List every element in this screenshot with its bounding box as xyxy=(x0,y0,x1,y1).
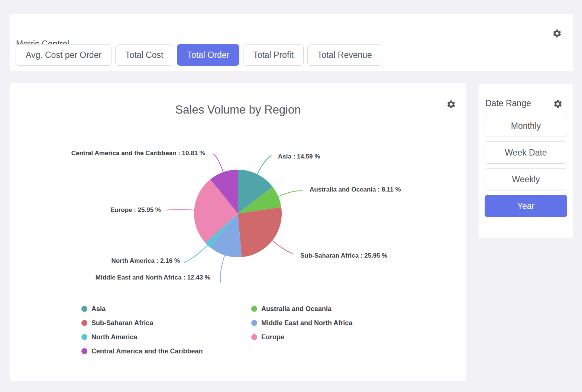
date-button-weekly[interactable]: Weekly xyxy=(485,168,567,190)
legend-item-middle-east-and-north-africa[interactable]: Middle East and North Africa xyxy=(251,319,352,327)
pie-label-central-america-and-the-caribbean: Central America and the Caribbean : 10.8… xyxy=(71,150,205,157)
legend-item-australia-and-oceania[interactable]: Australia and Oceania xyxy=(251,305,352,313)
legend-item-europe[interactable]: Europe xyxy=(251,333,352,341)
pie-label-sub-saharan-africa: Sub-Saharan Africa : 25.95 % xyxy=(300,252,388,259)
metric-button-avg-cost-per-order[interactable]: Avg. Cost per Order xyxy=(16,44,111,66)
legend-item-central-america-and-the-caribbean[interactable]: Central America and the Caribbean xyxy=(81,347,251,355)
pie-label-australia-and-oceania: Australia and Oceania : 8.11 % xyxy=(310,186,401,193)
legend-item-asia[interactable]: Asia xyxy=(81,305,251,313)
legend-label: Australia and Oceania xyxy=(261,305,332,313)
legend-dot-icon xyxy=(81,334,87,340)
date-range-button-group: MonthlyWeek DateWeeklyYear xyxy=(485,115,567,217)
date-range-title: Date Range xyxy=(485,99,531,108)
metric-control-panel: Metric Control Avg. Cost per OrderTotal … xyxy=(10,14,573,71)
date-button-year[interactable]: Year xyxy=(485,195,567,217)
legend-label: Europe xyxy=(261,333,284,341)
pie-label-line-middle-east-and-north-africa xyxy=(220,255,225,283)
legend-label: Central America and the Caribbean xyxy=(91,347,203,355)
legend-dot-icon xyxy=(251,334,257,340)
metric-button-total-order[interactable]: Total Order xyxy=(177,44,239,66)
pie-label-line-central-america-and-the-caribbean xyxy=(213,154,223,172)
pie-label-europe: Europe : 25.95 % xyxy=(110,206,161,213)
legend-dot-icon xyxy=(251,320,257,326)
pie-label-line-north-america xyxy=(184,245,207,262)
metric-button-total-profit[interactable]: Total Profit xyxy=(243,44,304,66)
legend-label: Middle East and North Africa xyxy=(261,319,352,327)
sales-volume-chart-panel: Sales Volume by Region Asia : 14.59 %Aus… xyxy=(10,83,466,381)
legend-item-sub-saharan-africa[interactable]: Sub-Saharan Africa xyxy=(81,319,251,327)
legend-dot-icon xyxy=(81,320,87,326)
legend-label: Asia xyxy=(91,305,106,313)
legend-dot-icon xyxy=(81,348,87,354)
date-range-panel: Date Range MonthlyWeek DateWeeklyYear xyxy=(479,84,573,238)
legend-label: Sub-Saharan Africa xyxy=(91,319,153,327)
legend-dot-icon xyxy=(81,306,87,312)
metric-button-total-revenue[interactable]: Total Revenue xyxy=(307,44,382,66)
legend-dot-icon xyxy=(251,306,257,312)
legend-item-north-america[interactable]: North America xyxy=(81,333,251,341)
pie-label-asia: Asia : 14.59 % xyxy=(278,153,320,160)
settings-gear-icon[interactable] xyxy=(553,99,563,109)
date-button-week-date[interactable]: Week Date xyxy=(485,141,567,164)
pie-label-line-asia xyxy=(257,156,271,174)
pie-slice-sub-saharan-africa[interactable] xyxy=(238,207,282,257)
pie-label-line-europe xyxy=(166,209,194,210)
metric-button-total-cost[interactable]: Total Cost xyxy=(115,44,173,66)
pie-label-north-america: North America : 2.16 % xyxy=(111,257,180,264)
legend-label: North America xyxy=(91,333,137,341)
chart-legend: AsiaAustralia and OceaniaSub-Saharan Afr… xyxy=(81,302,352,358)
date-button-monthly[interactable]: Monthly xyxy=(485,115,567,137)
pie-label-middle-east-and-north-africa: Middle East and North Africa : 12.43 % xyxy=(96,274,210,281)
settings-gear-icon[interactable] xyxy=(552,29,562,38)
metric-button-group: Avg. Cost per OrderTotal CostTotal Order… xyxy=(16,44,382,66)
pie-label-line-sub-saharan-africa xyxy=(272,241,292,254)
pie-label-line-australia-and-oceania xyxy=(278,191,303,196)
